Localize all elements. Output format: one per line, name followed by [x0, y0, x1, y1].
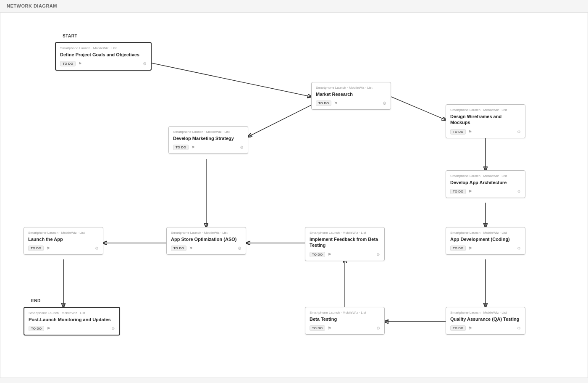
- node-coding[interactable]: Smartphone Launch · MobileWiz · List App…: [446, 227, 525, 255]
- node-market-breadcrumb: Smartphone Launch · MobileWiz · List: [316, 86, 386, 90]
- node-beta[interactable]: Smartphone Launch · MobileWiz · List Bet…: [305, 307, 385, 335]
- start-label: START: [63, 34, 77, 38]
- node-define-title: Define Project Goals and Objectives: [60, 52, 147, 58]
- node-design-status: TO DO: [450, 129, 466, 135]
- node-marketing-status: TO DO: [173, 145, 189, 150]
- node-aso[interactable]: Smartphone Launch · MobileWiz · List App…: [166, 227, 246, 255]
- node-launch-status: TO DO: [28, 246, 44, 251]
- svg-line-0: [152, 63, 311, 97]
- svg-line-1: [391, 97, 446, 120]
- node-define-settings: ⚙: [143, 61, 147, 66]
- node-coding-breadcrumb: Smartphone Launch · MobileWiz · List: [450, 231, 521, 235]
- node-feedback-settings: ⚙: [376, 252, 380, 257]
- node-postlaunch-title: Post-Launch Monitoring and Updates: [29, 317, 115, 322]
- node-launch-title: Launch the App: [28, 236, 99, 242]
- node-marketing-flag: ⚑: [191, 145, 195, 150]
- node-launch[interactable]: Smartphone Launch · MobileWiz · List Lau…: [24, 227, 103, 255]
- node-beta-settings: ⚙: [376, 326, 380, 330]
- node-design-settings: ⚙: [517, 129, 521, 134]
- node-marketing-breadcrumb: Smartphone Launch · MobileWiz · List: [173, 130, 244, 134]
- svg-line-2: [248, 105, 311, 137]
- node-postlaunch-flag: ⚑: [47, 326, 50, 331]
- node-design-flag: ⚑: [468, 129, 472, 134]
- node-coding-title: App Development (Coding): [450, 236, 521, 242]
- node-aso-status: TO DO: [171, 246, 186, 251]
- node-qa-flag: ⚑: [468, 326, 472, 330]
- node-postlaunch-settings: ⚙: [111, 326, 115, 331]
- node-feedback-status: TO DO: [310, 252, 325, 257]
- node-postlaunch-status: TO DO: [29, 326, 44, 331]
- node-postlaunch-breadcrumb: Smartphone Launch · MobileWiz · List: [29, 311, 115, 315]
- node-market-flag: ⚑: [334, 101, 338, 106]
- node-market-title: Market Research: [316, 91, 386, 97]
- node-aso-breadcrumb: Smartphone Launch · MobileWiz · List: [171, 231, 242, 235]
- node-define-status: TO DO: [60, 61, 76, 66]
- node-qa-title: Quality Assurance (QA) Testing: [450, 316, 521, 322]
- node-qa-breadcrumb: Smartphone Launch · MobileWiz · List: [450, 311, 521, 314]
- node-beta-title: Beta Testing: [310, 316, 380, 322]
- node-market-status: TO DO: [316, 100, 331, 106]
- node-coding-status: TO DO: [450, 246, 466, 251]
- node-marketing[interactable]: Smartphone Launch · MobileWiz · List Dev…: [168, 126, 248, 154]
- node-postlaunch[interactable]: Smartphone Launch · MobileWiz · List Pos…: [24, 307, 120, 335]
- node-qa-settings: ⚙: [517, 326, 521, 330]
- node-aso-title: App Store Optimization (ASO): [171, 236, 242, 242]
- node-design-breadcrumb: Smartphone Launch · MobileWiz · List: [450, 108, 521, 112]
- page-header: NETWORK DIAGRAM: [0, 0, 588, 12]
- node-define-breadcrumb: Smartphone Launch · MobileWiz · List: [60, 46, 147, 50]
- node-architecture-title: Develop App Architecture: [450, 180, 521, 185]
- node-architecture[interactable]: Smartphone Launch · MobileWiz · List Dev…: [446, 170, 525, 198]
- node-qa[interactable]: Smartphone Launch · MobileWiz · List Qua…: [446, 307, 525, 335]
- node-coding-flag: ⚑: [468, 246, 472, 251]
- node-feedback-title: Implement Feedback from Beta Testing: [310, 236, 380, 248]
- node-launch-settings: ⚙: [95, 246, 99, 251]
- node-aso-settings: ⚙: [238, 246, 242, 251]
- node-marketing-title: Develop Marketing Strategy: [173, 135, 244, 141]
- node-define[interactable]: Smartphone Launch · MobileWiz · List Def…: [55, 42, 152, 71]
- node-market[interactable]: Smartphone Launch · MobileWiz · List Mar…: [311, 82, 391, 110]
- end-label: END: [31, 298, 41, 303]
- node-launch-flag: ⚑: [46, 246, 50, 251]
- node-beta-breadcrumb: Smartphone Launch · MobileWiz · List: [310, 311, 380, 314]
- node-feedback-flag: ⚑: [328, 252, 331, 257]
- node-define-flag: ⚑: [78, 61, 82, 66]
- node-design-title: Design Wireframes and Mockups: [450, 114, 521, 126]
- node-launch-breadcrumb: Smartphone Launch · MobileWiz · List: [28, 231, 99, 235]
- node-beta-status: TO DO: [310, 325, 325, 331]
- node-marketing-settings: ⚙: [240, 145, 244, 150]
- node-architecture-status: TO DO: [450, 189, 466, 194]
- node-architecture-flag: ⚑: [468, 189, 472, 194]
- node-market-settings: ⚙: [383, 101, 386, 106]
- node-feedback-breadcrumb: Smartphone Launch · MobileWiz · List: [310, 231, 380, 235]
- node-architecture-breadcrumb: Smartphone Launch · MobileWiz · List: [450, 174, 521, 178]
- node-feedback[interactable]: Smartphone Launch · MobileWiz · List Imp…: [305, 227, 385, 261]
- node-design[interactable]: Smartphone Launch · MobileWiz · List Des…: [446, 104, 525, 138]
- node-qa-status: TO DO: [450, 325, 466, 331]
- node-beta-flag: ⚑: [328, 326, 331, 330]
- node-aso-flag: ⚑: [189, 246, 193, 251]
- node-architecture-settings: ⚙: [517, 189, 521, 194]
- diagram-area: START END Smartphone Launch · MobileWiz …: [0, 12, 588, 378]
- node-coding-settings: ⚙: [517, 246, 521, 251]
- page-title: NETWORK DIAGRAM: [7, 3, 57, 8]
